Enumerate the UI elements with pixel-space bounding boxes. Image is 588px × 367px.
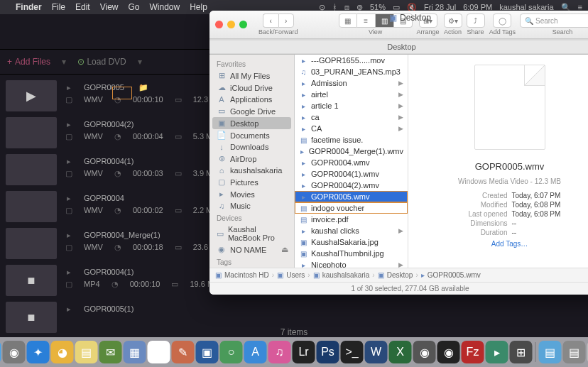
share-button[interactable]: ⤴ [467,13,485,28]
menu-view[interactable]: View [100,2,119,12]
sidebar-item[interactable]: ↓Downloads [209,141,294,153]
view-icon[interactable]: ▦ [339,13,357,28]
dock-app[interactable]: ♫ [268,341,291,363]
sidebar-device[interactable]: ◉NO NAME⏏ [209,243,294,256]
dock-app[interactable]: ◕ [51,341,74,363]
sidebar-device[interactable]: ▭Kaushal MacBook Pro [209,224,294,243]
dock-app[interactable]: ◉ [413,341,436,363]
menu-window[interactable]: Window [150,2,180,12]
sidebar-item[interactable]: ⊚AirDrop [209,153,294,165]
folder-icon: ▣ [389,13,397,23]
file-row[interactable]: ▤invoice.pdf [295,214,408,225]
file-row[interactable]: ▸kaushal clicks▶ [295,225,408,236]
sidebar-item[interactable]: ♫Music [209,200,294,212]
back-button[interactable]: ‹ [263,13,278,28]
dock-item[interactable]: ▤ [563,341,586,363]
file-row[interactable]: ▸GOPR0004(2).wmv [295,180,408,191]
file-row[interactable]: ▸article 1▶ [295,100,408,111]
action-button[interactable]: ⚙▾ [444,13,462,28]
dock-app[interactable]: X [389,341,412,363]
file-row[interactable]: ▸GOPR0004(1).wmv [295,168,408,180]
dock-app[interactable]: A [244,341,267,363]
video-icon: ▸ [64,267,74,277]
path-sep: › [272,271,274,279]
dock-app[interactable]: ✦ [27,341,50,363]
dock-app[interactable]: Ps [317,341,339,363]
dock-app[interactable]: ⊞ [510,341,533,363]
addtags-button[interactable]: ◯ [493,13,511,28]
back-fwd-label: Back/Forward [258,28,298,35]
column-files[interactable]: ▸---GOPR1655.....mov♫03_PURANI_JEANS.mp3… [295,55,408,268]
path-segment[interactable]: Users [286,271,305,279]
menu-edit[interactable]: Edit [75,2,90,12]
file-row[interactable]: ▸GOPR0004.wmv [295,157,408,168]
dock-app[interactable]: ○ [220,341,243,363]
dock-app[interactable]: W [365,341,388,363]
created-label: Created [418,192,512,199]
path-segment[interactable]: kaushalsakaria [322,271,370,279]
sidebar-item[interactable]: AApplications [209,94,294,105]
format: WMV [84,206,103,214]
dur-value: -- [512,229,589,236]
file-row[interactable]: ▸---GOPR1655.....mov [295,55,408,66]
file-row[interactable]: ▣KaushalThumbnil.jpg [295,248,408,259]
zoom-button[interactable] [239,21,247,28]
dock-item[interactable]: ▤ [539,341,562,363]
sidebar-icon: ▣ [217,119,227,128]
dock-app[interactable]: ▤ [75,341,98,363]
dock-app[interactable]: ▦ [124,341,146,363]
file-row[interactable]: ▸ca▶ [295,111,408,123]
add-tags-link[interactable]: Add Tags… [491,240,528,248]
search-input[interactable]: 🔍Search [520,13,588,28]
file-row[interactable]: ▸airtel▶ [295,89,408,100]
dock-app[interactable]: ▣ [196,341,219,363]
path-bar[interactable]: ▣Macintosh HD›▣Users›▣kaushalsakaria›▣De… [209,268,588,282]
dock-app[interactable]: ✎ [172,341,195,363]
file-row[interactable]: ▣KaushalSakaria.jpg [295,236,408,248]
file-row[interactable]: ▤facetime issue. [295,134,408,146]
file-row[interactable]: ▤indogo voucher [295,202,408,214]
view-list[interactable]: ≡ [357,13,376,28]
file-row[interactable]: ♫03_PURANI_JEANS.mp3 [295,66,408,77]
dock-app[interactable]: ✉ [99,341,122,363]
sidebar-item[interactable]: ▭Google Drive [209,105,294,117]
load-dvd-button[interactable]: Load DVD [77,57,126,67]
sidebar-item[interactable]: ▣Desktop [212,117,291,129]
path-segment[interactable]: Macintosh HD [224,271,269,279]
sidebar-item[interactable]: ☁iCloud Drive [209,82,294,94]
file-row[interactable]: ▸GOPR0004_Merge(1).wmv [295,146,408,157]
close-button[interactable] [215,21,223,28]
duration: 00:00:02 [133,206,163,214]
tab-desktop[interactable]: Desktop [209,40,588,53]
menu-go[interactable]: Go [129,2,140,12]
dock-app[interactable]: ▸ [486,341,508,363]
file-row[interactable]: ▸CA▶ [295,123,408,134]
sidebar-label: Pictures [230,178,258,187]
eject-icon[interactable]: ⏏ [281,245,288,254]
file-row[interactable]: ▸Nicephoto▶ [295,259,408,268]
dock-app[interactable]: ◉ [437,341,460,363]
folder-icon[interactable]: 📁 [138,83,148,92]
file-row[interactable]: ▸GOPR0005.wmv [295,191,408,202]
minimize-button[interactable] [227,21,235,28]
dock-app[interactable]: >_ [341,341,364,363]
sidebar-item[interactable]: ▸Movies [209,188,294,200]
sidebar-item[interactable]: ⊞All My Files [209,70,294,82]
path-segment[interactable]: Desktop [387,271,413,279]
menu-help[interactable]: Help [190,2,207,12]
dock-app[interactable]: ☺ [0,341,1,363]
file-row[interactable]: ▸Admission▶ [295,77,408,89]
dock-app[interactable]: 28 [148,341,170,363]
sidebar-item[interactable]: ⌂kaushalsakaria [209,165,294,176]
add-files-button[interactable]: Add Files [7,57,50,67]
dock-app[interactable]: ◉ [3,341,26,363]
forward-button[interactable]: › [278,13,294,28]
menu-file[interactable]: File [52,2,65,12]
app-menu[interactable]: Finder [16,2,42,12]
sidebar-item[interactable]: 📄Documents [209,129,294,141]
dock-app[interactable]: Lr [293,341,315,363]
file-name: ---GOPR1655.....mov [311,56,385,65]
dock-app[interactable]: Fz [462,341,484,363]
sidebar-item[interactable]: ▢Pictures [209,176,294,188]
path-segment[interactable]: GOPR0005.wmv [428,271,481,279]
